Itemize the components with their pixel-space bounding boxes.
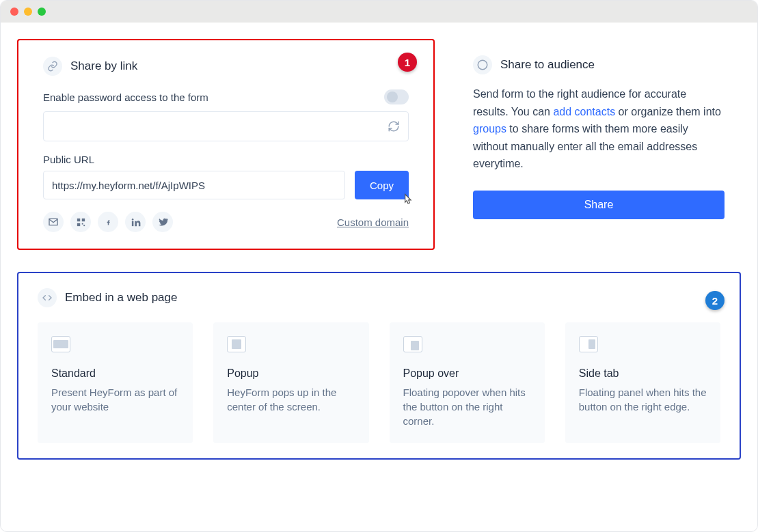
password-access-label: Enable password access to the form <box>43 92 208 103</box>
link-icon <box>43 57 62 76</box>
embed-title: Embed in a web page <box>65 291 177 305</box>
embed-card-title: Popup <box>227 367 355 380</box>
twitter-share-icon[interactable] <box>152 212 173 232</box>
embed-card-desc: Floating popover when hits the button on… <box>403 385 531 428</box>
add-contacts-link[interactable]: add contacts <box>553 106 615 117</box>
groups-link[interactable]: groups <box>473 123 506 135</box>
embed-card-popup[interactable]: Popup HeyForm pops up in the center of t… <box>213 322 368 443</box>
embed-popover-icon <box>403 336 422 352</box>
callout-badge-1: 1 <box>398 53 417 72</box>
share-by-link-panel: 1 Share by link Enable password access t… <box>17 39 435 250</box>
password-input[interactable] <box>43 111 409 141</box>
embed-card-title: Side tab <box>579 367 707 380</box>
facebook-share-icon[interactable] <box>98 212 118 232</box>
custom-domain-link[interactable]: Custom domain <box>337 216 409 228</box>
public-url-row: Copy <box>43 171 409 199</box>
content-area: 1 Share by link Enable password access t… <box>1 23 757 476</box>
share-link-title: Share by link <box>70 59 137 73</box>
embed-card-popup-over[interactable]: Popup over Floating popover when hits th… <box>390 322 545 443</box>
share-link-header: Share by link <box>43 57 409 76</box>
audience-icon <box>473 55 492 74</box>
embed-popup-icon <box>227 336 246 352</box>
svg-rect-4 <box>83 225 85 226</box>
embed-card-title: Popup over <box>403 367 531 380</box>
audience-description: Send form to the right audience for accu… <box>473 85 725 173</box>
svg-rect-5 <box>131 221 133 226</box>
password-access-row: Enable password access to the form <box>43 89 409 104</box>
audience-title: Share to audience <box>500 58 595 72</box>
email-share-icon[interactable] <box>43 212 64 232</box>
linkedin-share-icon[interactable] <box>125 212 146 232</box>
embed-card-side-tab[interactable]: Side tab Floating panel when hits the bu… <box>565 322 720 443</box>
public-url-label: Public URL <box>43 154 409 165</box>
password-toggle[interactable] <box>384 89 409 104</box>
public-url-input[interactable] <box>43 171 345 199</box>
embed-card-desc: Present HeyForm as part of your website <box>51 385 179 414</box>
app-window: 1 Share by link Enable password access t… <box>0 0 758 532</box>
code-icon <box>38 288 57 307</box>
embed-card-desc: HeyForm pops up in the center of the scr… <box>227 385 355 414</box>
mac-titlebar <box>1 1 757 23</box>
embed-card-desc: Floating panel when hits the button on t… <box>579 385 707 414</box>
embed-card-title: Standard <box>51 367 179 380</box>
embed-options-grid: Standard Present HeyForm as part of your… <box>38 322 720 443</box>
embed-card-standard[interactable]: Standard Present HeyForm as part of your… <box>38 322 193 443</box>
close-window-icon[interactable] <box>10 8 18 16</box>
svg-rect-2 <box>77 223 79 225</box>
maximize-window-icon[interactable] <box>38 8 46 16</box>
svg-rect-3 <box>81 223 83 224</box>
minimize-window-icon[interactable] <box>24 8 32 16</box>
svg-point-7 <box>478 60 487 70</box>
embed-sidetab-icon <box>579 336 598 352</box>
social-share-row: Custom domain <box>43 212 409 232</box>
callout-badge-2: 2 <box>705 291 725 310</box>
svg-rect-0 <box>77 218 79 221</box>
qrcode-share-icon[interactable] <box>70 212 91 232</box>
embed-header: Embed in a web page <box>38 288 720 307</box>
svg-point-6 <box>131 218 133 220</box>
svg-rect-1 <box>81 218 84 221</box>
copy-button[interactable]: Copy <box>355 171 409 199</box>
share-button[interactable]: Share <box>473 191 725 219</box>
embed-standard-icon <box>51 336 70 352</box>
share-to-audience-panel: Share to audience Send form to the right… <box>468 39 741 250</box>
audience-header: Share to audience <box>473 55 725 74</box>
embed-panel: 2 Embed in a web page Standard Present H… <box>17 272 741 460</box>
refresh-icon[interactable] <box>388 120 400 132</box>
